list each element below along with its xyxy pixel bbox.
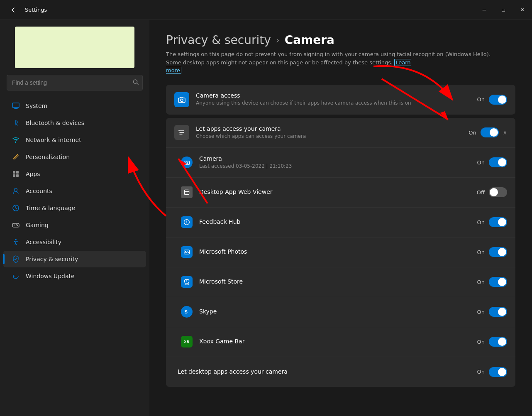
close-button[interactable]: ✕ bbox=[513, 0, 532, 20]
app-row-xbox: XB Xbox Game Bar On bbox=[166, 327, 515, 357]
network-icon bbox=[12, 136, 20, 144]
sidebar-item-label-accounts: Accounts bbox=[26, 188, 52, 194]
svg-point-20 bbox=[181, 99, 183, 101]
breadcrumb-parent[interactable]: Privacy & security bbox=[166, 33, 271, 47]
sidebar-item-system[interactable]: System bbox=[3, 98, 146, 114]
camera-access-status: On bbox=[477, 96, 485, 103]
app-toggle-xbox[interactable] bbox=[489, 337, 507, 347]
app-title-xbox: Xbox Game Bar bbox=[199, 338, 471, 345]
let-apps-status: On bbox=[469, 130, 476, 136]
svg-point-29 bbox=[186, 223, 187, 223]
desktop-apps-toggle-thumb bbox=[498, 368, 506, 376]
app-control-feedback: On bbox=[477, 217, 507, 227]
app-control-xbox: On bbox=[477, 337, 507, 347]
app-info-webviewer: Desktop App Web Viewer bbox=[199, 188, 470, 196]
search-box bbox=[7, 75, 143, 91]
svg-rect-2 bbox=[12, 103, 19, 108]
minimize-button[interactable]: ─ bbox=[475, 0, 494, 20]
sidebar-item-label-system: System bbox=[26, 103, 47, 109]
let-apps-row: Let apps access your camera Choose which… bbox=[166, 118, 515, 148]
let-apps-icon bbox=[174, 125, 189, 140]
app-status-webviewer: Off bbox=[477, 189, 485, 196]
svg-point-11 bbox=[15, 188, 17, 191]
accounts-icon bbox=[12, 187, 20, 195]
sidebar-item-label-personalization: Personalization bbox=[26, 154, 70, 160]
app-icon-xbox: XB bbox=[181, 336, 193, 347]
search-input[interactable] bbox=[7, 75, 143, 91]
app-toggle-skype[interactable] bbox=[489, 307, 507, 317]
app-toggle-thumb-feedback bbox=[498, 218, 506, 226]
app-status-feedback: On bbox=[477, 219, 485, 225]
app-toggle-webviewer[interactable] bbox=[489, 187, 507, 197]
sidebar-item-time[interactable]: Time & language bbox=[3, 200, 146, 216]
accessibility-icon bbox=[12, 238, 20, 246]
app-icon-skype: S bbox=[181, 306, 193, 318]
sidebar-item-personalization[interactable]: Personalization bbox=[3, 149, 146, 165]
camera-access-control: On bbox=[477, 95, 507, 105]
app-control-store: On bbox=[477, 277, 507, 287]
maximize-button[interactable]: □ bbox=[494, 0, 513, 20]
app-toggle-thumb-xbox bbox=[498, 338, 506, 346]
svg-rect-30 bbox=[184, 250, 190, 254]
app-toggle-thumb-skype bbox=[498, 308, 506, 316]
apps-icon bbox=[12, 170, 20, 178]
sidebar-item-privacy[interactable]: Privacy & security bbox=[3, 251, 146, 267]
app-title-skype: Skype bbox=[199, 308, 471, 315]
app-row-webviewer: Desktop App Web Viewer Off bbox=[166, 178, 515, 208]
sidebar-item-label-bluetooth: Bluetooth & devices bbox=[26, 120, 84, 126]
desktop-apps-row: Let desktop apps access your camera On bbox=[166, 357, 515, 387]
svg-point-26 bbox=[186, 162, 188, 164]
sidebar-item-label-accessibility: Accessibility bbox=[26, 239, 61, 245]
desktop-apps-title: Let desktop apps access your camera bbox=[178, 368, 471, 375]
desktop-apps-toggle[interactable] bbox=[489, 367, 507, 377]
app-toggle-photos[interactable] bbox=[489, 247, 507, 257]
app-title-feedback: Feedback Hub bbox=[199, 218, 471, 225]
let-apps-toggle-thumb bbox=[490, 128, 498, 137]
sidebar-item-gaming[interactable]: Gaming bbox=[3, 217, 146, 233]
app-title-photos: Microsoft Photos bbox=[199, 248, 471, 255]
page-description: The settings on this page do not prevent… bbox=[166, 50, 498, 75]
app-control-webviewer: Off bbox=[477, 187, 507, 197]
app-info-skype: Skype bbox=[199, 308, 471, 316]
svg-point-17 bbox=[17, 225, 18, 226]
app-info-feedback: Feedback Hub bbox=[199, 218, 471, 226]
breadcrumb-current: Camera bbox=[285, 33, 334, 47]
breadcrumb-separator: › bbox=[276, 35, 280, 45]
svg-text:S: S bbox=[184, 309, 188, 314]
sidebar-item-label-update: Windows Update bbox=[26, 273, 75, 279]
sidebar-item-apps[interactable]: Apps bbox=[3, 166, 146, 182]
svg-point-6 bbox=[15, 142, 16, 143]
camera-access-toggle[interactable] bbox=[489, 95, 507, 105]
app-control-camera: On bbox=[477, 157, 507, 167]
app-toggle-thumb-webviewer bbox=[490, 188, 498, 196]
camera-access-row: Camera access Anyone using this device c… bbox=[166, 85, 515, 115]
camera-access-subtitle: Anyone using this device can choose if t… bbox=[196, 100, 471, 107]
app-info-photos: Microsoft Photos bbox=[199, 248, 471, 256]
app-toggle-camera[interactable] bbox=[489, 157, 507, 167]
app-status-xbox: On bbox=[477, 339, 485, 345]
desktop-apps-status: On bbox=[477, 369, 485, 375]
app-toggle-store[interactable] bbox=[489, 277, 507, 287]
system-icon bbox=[12, 102, 20, 110]
let-apps-chevron: ∧ bbox=[503, 129, 507, 136]
app-toggle-feedback[interactable] bbox=[489, 217, 507, 227]
svg-rect-25 bbox=[184, 161, 190, 165]
app-title: Settings bbox=[25, 7, 47, 13]
sidebar-nav: System Bluetooth & devices bbox=[0, 95, 149, 416]
app-status-camera: On bbox=[477, 159, 485, 166]
camera-access-card: Camera access Anyone using this device c… bbox=[166, 85, 515, 115]
sidebar-item-update[interactable]: Windows Update bbox=[3, 268, 146, 284]
app-control-photos: On bbox=[477, 247, 507, 257]
window-controls: ─ □ ✕ bbox=[475, 0, 532, 20]
sidebar-item-bluetooth[interactable]: Bluetooth & devices bbox=[3, 115, 146, 131]
back-button[interactable] bbox=[7, 3, 20, 17]
app-subtitle-camera: Last accessed 03-05-2022 | 21:10:23 bbox=[199, 163, 471, 170]
personalization-icon bbox=[12, 153, 20, 161]
sidebar-item-accessibility[interactable]: Accessibility bbox=[3, 234, 146, 250]
sidebar-item-network[interactable]: Network & internet bbox=[3, 132, 146, 148]
sidebar-item-accounts[interactable]: Accounts bbox=[3, 183, 146, 199]
let-apps-toggle[interactable] bbox=[481, 127, 499, 137]
privacy-icon bbox=[12, 255, 20, 263]
let-apps-title: Let apps access your camera bbox=[196, 125, 462, 132]
svg-point-18 bbox=[15, 239, 17, 240]
